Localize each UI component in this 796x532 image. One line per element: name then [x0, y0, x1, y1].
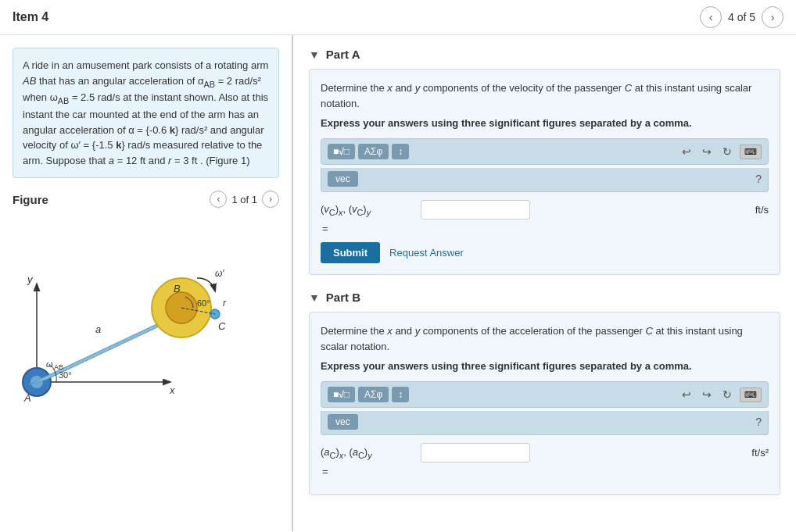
label-B: B	[174, 283, 181, 295]
part-a-equals: =	[322, 223, 328, 234]
part-b-answer-row: (aC)x, (aC)y ft/s²	[321, 443, 769, 462]
label-60deg: 60°	[197, 298, 210, 308]
label-A: A	[23, 392, 31, 404]
part-b-toggle[interactable]: ▼	[309, 291, 320, 304]
prev-item-button[interactable]: ‹	[700, 6, 722, 28]
part-a-toolbar: ■√□ ΑΣφ ↕ ↩ ↪ ↻ ⌨	[321, 138, 769, 165]
undo-button-b[interactable]: ↩	[679, 387, 694, 402]
vec-row-a: vec ?	[321, 168, 769, 192]
part-a-content: Determine the x and y components of the …	[309, 69, 780, 275]
toolbar-left-a: ■√□ ΑΣφ ↕	[328, 144, 409, 159]
vec-row-b: vec ?	[321, 411, 769, 435]
part-b-title: Part B	[326, 291, 360, 304]
refresh-button-a[interactable]: ↻	[719, 144, 735, 159]
label-omega-prime: ω′	[215, 268, 224, 279]
toolbar-right-a: ↩ ↪ ↻ ⌨	[679, 144, 762, 159]
part-b-answer-input[interactable]	[421, 443, 530, 462]
figure-next-button[interactable]: ›	[262, 191, 279, 208]
label-r: r	[223, 298, 227, 309]
toolbar-right-b: ↩ ↪ ↻ ⌨	[679, 387, 762, 402]
header: Item 4 ‹ 4 of 5 ›	[0, 0, 796, 35]
vec-button-b[interactable]: vec	[328, 414, 358, 430]
question-mark-a: ?	[755, 173, 762, 185]
symbol-button-a[interactable]: ΑΣφ	[358, 144, 389, 159]
figure-nav: ‹ 1 of 1 ›	[210, 191, 279, 208]
part-b-equals: =	[322, 466, 328, 477]
figure-label: Figure	[13, 193, 48, 206]
right-panel: ▼ Part A Determine the x and y component…	[293, 35, 796, 531]
part-a-header: ▼ Part A	[309, 48, 780, 61]
label-30deg: 30°	[59, 370, 72, 380]
part-a-title: Part A	[326, 48, 360, 61]
item-title: Item 4	[13, 10, 48, 24]
keyboard-button-a[interactable]: ⌨	[740, 145, 762, 159]
page-count: 4 of 5	[728, 11, 755, 23]
part-a-answer-input[interactable]	[421, 200, 530, 220]
part-a-toggle[interactable]: ▼	[309, 48, 320, 61]
part-a-description: Determine the x and y components of the …	[321, 80, 769, 111]
part-b-instruction: Express your answers using three signifi…	[321, 360, 769, 372]
toolbar-left-b: ■√□ ΑΣφ ↕	[328, 387, 409, 402]
keyboard-button-b[interactable]: ⌨	[740, 387, 762, 402]
next-item-button[interactable]: ›	[762, 6, 783, 28]
sqrt-button-a[interactable]: ■√□	[328, 144, 355, 159]
symbol-button-b[interactable]: ΑΣφ	[358, 387, 389, 402]
part-b-header: ▼ Part B	[309, 291, 780, 304]
redo-button-b[interactable]: ↪	[699, 387, 715, 402]
part-a-action-row: Submit Request Answer	[321, 242, 769, 263]
undo-button-a[interactable]: ↩	[679, 144, 694, 159]
vec-button-a[interactable]: vec	[328, 171, 358, 187]
diagram-svg: B C r 60° a ω AB	[13, 214, 279, 417]
problem-paragraph: A ride in an amusement park consists of …	[23, 58, 269, 168]
label-y: y	[27, 273, 34, 285]
question-mark-b: ?	[755, 416, 762, 428]
part-a-answer-label: (vC)x, (vC)y	[321, 203, 414, 217]
part-b-description: Determine the x and y components of the …	[321, 323, 769, 354]
part-a-instruction: Express your answers using three signifi…	[321, 117, 769, 129]
part-b-toolbar: ■√□ ΑΣφ ↕ ↩ ↪ ↻ ⌨	[321, 381, 769, 408]
nav-controls: ‹ 4 of 5 ›	[700, 6, 783, 28]
part-b-content: Determine the x and y components of the …	[309, 312, 780, 495]
part-a-answer-row: (vC)x, (vC)y ft/s	[321, 200, 769, 220]
label-x: x	[169, 384, 175, 396]
part-a-unit: ft/s	[755, 204, 769, 216]
part-b-answer-label: (aC)x, (aC)y	[321, 446, 414, 460]
part-b-section: ▼ Part B Determine the x and y component…	[309, 291, 780, 495]
arrows-button-a[interactable]: ↕	[392, 144, 409, 159]
figure-count: 1 of 1	[231, 194, 257, 205]
label-a: a	[95, 323, 101, 335]
figure-diagram: B C r 60° a ω AB	[13, 214, 279, 417]
arrows-button-b[interactable]: ↕	[392, 387, 409, 402]
submit-button-a[interactable]: Submit	[321, 242, 380, 263]
problem-text: A ride in an amusement park consists of …	[13, 48, 279, 178]
refresh-button-b[interactable]: ↻	[719, 387, 735, 402]
sqrt-button-b[interactable]: ■√□	[328, 387, 355, 402]
label-C: C	[218, 320, 226, 332]
figure-header: Figure ‹ 1 of 1 ›	[13, 191, 279, 208]
part-a-section: ▼ Part A Determine the x and y component…	[309, 48, 780, 275]
redo-button-a[interactable]: ↪	[699, 144, 715, 159]
main-layout: A ride in an amusement park consists of …	[0, 35, 796, 531]
figure-prev-button[interactable]: ‹	[210, 191, 227, 208]
left-panel: A ride in an amusement park consists of …	[0, 35, 293, 531]
request-answer-link-a[interactable]: Request Answer	[389, 247, 464, 259]
part-b-unit: ft/s²	[751, 447, 769, 459]
